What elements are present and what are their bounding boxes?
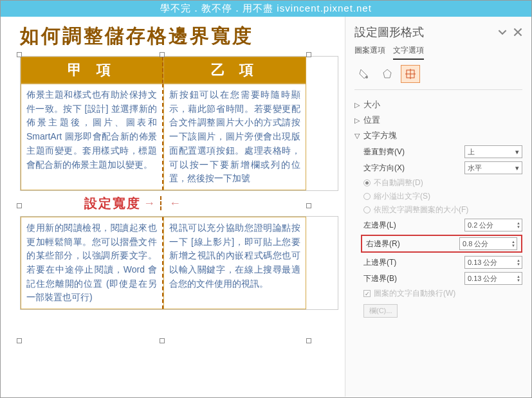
effects-icon[interactable]: [378, 65, 397, 83]
margin-top-label: 上邊界(T): [363, 257, 396, 268]
section-textbox-label: 文字方塊: [363, 130, 397, 141]
table-header-2[interactable]: 乙 項: [163, 57, 306, 84]
margin-left-label: 左邊界(L): [363, 220, 396, 231]
checkbox-icon: ✓: [363, 290, 371, 297]
radio-label: 不自動調整(D): [374, 177, 423, 188]
spinner-arrows[interactable]: ▲▼: [517, 258, 520, 266]
resize-handle[interactable]: [17, 203, 22, 208]
banner-text: 學不完．教不停．用不盡 isvincent.pixnet.net: [1, 1, 531, 17]
radio-icon: [363, 193, 371, 200]
chevron-down-icon[interactable]: [498, 28, 507, 37]
textdir-value: 水平: [468, 163, 482, 173]
table[interactable]: 使用新的閱讀檢視，閱讀起來也更加輕鬆簡單。您可以摺疊文件的某些部分，以強調所要文…: [20, 216, 338, 310]
table-cell[interactable]: 新按鈕可以在您需要時隨時顯示，藉此節省時間。若要變更配合文件調整圖片大小的方式請…: [163, 84, 306, 190]
section-size-label: 大小: [363, 99, 380, 111]
spinner-arrows[interactable]: ▲▼: [517, 221, 520, 229]
columns-button[interactable]: 欄(C)...: [363, 304, 398, 318]
section-position[interactable]: ▷ 位置: [354, 114, 522, 126]
resize-handle[interactable]: [17, 338, 22, 343]
dropdown-icon: ▾: [515, 148, 519, 156]
highlight-right-margin: 右邊界(R) 0.8 公分 ▲▼: [361, 235, 522, 253]
margin-left-value: 0.2 公分: [468, 221, 493, 230]
chevron-down-icon: ▽: [354, 132, 360, 140]
table-cell[interactable]: 視訊可以充分協助您證明論點按一下 [線上影片]，即可貼上您要新增之視訊的內嵌程式…: [163, 217, 306, 309]
radio-label: 縮小溢出文字(S): [374, 191, 430, 202]
textdir-select[interactable]: 水平▾: [464, 161, 522, 174]
arrow-right-icon: →: [143, 197, 155, 210]
radio-icon: [363, 206, 371, 213]
radio-no-autofit: 不自動調整(D): [363, 177, 522, 188]
section-textbox[interactable]: ▽ 文字方塊: [354, 130, 522, 141]
valign-value: 上: [468, 147, 475, 157]
margin-top-value: 0.13 公分: [468, 258, 497, 267]
dropdown-icon: ▾: [515, 164, 519, 172]
radio-shrink: 縮小溢出文字(S): [363, 191, 522, 202]
fill-icon[interactable]: [354, 65, 374, 83]
resize-handle[interactable]: [17, 52, 22, 57]
textdir-label: 文字方向(X): [363, 163, 405, 174]
document-area: 如何調整儲存格邊界寬度 甲 項 乙 項 佈景主題和樣式也有助於保持文件一致。按下…: [1, 17, 345, 397]
page-title: 如何調整儲存格邊界寬度: [20, 23, 338, 50]
valign-select[interactable]: 上▾: [464, 145, 522, 158]
close-icon[interactable]: [513, 28, 522, 37]
wrap-label: 圖案的文字自動換行(W): [374, 288, 455, 299]
resize-handle[interactable]: [160, 338, 165, 343]
format-shape-panel: 設定圖形格式 圖案選項 文字選項 ▷ 大小 ▷: [345, 17, 531, 397]
resize-handle[interactable]: [160, 52, 165, 57]
section-size[interactable]: ▷ 大小: [354, 99, 522, 111]
table-cell[interactable]: 佈景主題和樣式也有助於保持文件一致。按下 [設計] 並選擇新的佈景主題後，圖片、…: [21, 84, 163, 190]
spinner-arrows[interactable]: ▲▼: [511, 240, 515, 248]
resize-handle[interactable]: [306, 52, 311, 57]
resize-handle[interactable]: [306, 338, 311, 343]
margin-right-input[interactable]: 0.8 公分 ▲▼: [459, 237, 517, 250]
radio-icon: [363, 179, 371, 186]
chevron-right-icon: ▷: [354, 116, 360, 125]
margin-top-input[interactable]: 0.13 公分 ▲▼: [464, 256, 522, 269]
panel-title: 設定圖形格式: [354, 24, 424, 40]
tab-text-options[interactable]: 文字選項: [393, 45, 424, 60]
tab-shape-options[interactable]: 圖案選項: [354, 45, 385, 60]
annotation-label: 設定寬度: [84, 195, 141, 212]
valign-label: 垂直對齊(V): [363, 147, 405, 158]
chevron-right-icon: ▷: [354, 101, 360, 109]
table[interactable]: 甲 項 乙 項 佈景主題和樣式也有助於保持文件一致。按下 [設計] 並選擇新的佈…: [20, 56, 338, 191]
annotation: 設定寬度 → ←: [20, 195, 338, 212]
margin-bottom-label: 下邊界(B): [363, 273, 397, 284]
table-header-1[interactable]: 甲 項: [21, 57, 163, 84]
radio-label: 依照文字調整圖案的大小(F): [374, 204, 468, 215]
section-position-label: 位置: [363, 114, 380, 126]
wrap-checkbox-row: ✓ 圖案的文字自動換行(W): [363, 288, 522, 299]
margin-left-input[interactable]: 0.2 公分 ▲▼: [464, 219, 522, 231]
panel-tabs: 圖案選項 文字選項: [354, 45, 522, 60]
layout-icon[interactable]: [401, 65, 420, 83]
spinner-arrows[interactable]: ▲▼: [517, 275, 520, 282]
table-cell[interactable]: 使用新的閱讀檢視，閱讀起來也更加輕鬆簡單。您可以摺疊文件的某些部分，以強調所要文…: [21, 217, 163, 309]
margin-right-label: 右邊界(R): [366, 239, 400, 249]
radio-resize-shape: 依照文字調整圖案的大小(F): [363, 204, 522, 215]
svg-marker-1: [383, 69, 391, 78]
margin-bottom-input[interactable]: 0.13 公分 ▲▼: [464, 272, 522, 285]
arrow-left-icon: ←: [169, 197, 181, 210]
svg-point-0: [365, 76, 368, 78]
resize-handle[interactable]: [306, 203, 311, 208]
margin-right-value: 0.8 公分: [463, 239, 488, 249]
margin-bottom-value: 0.13 公分: [468, 274, 497, 284]
